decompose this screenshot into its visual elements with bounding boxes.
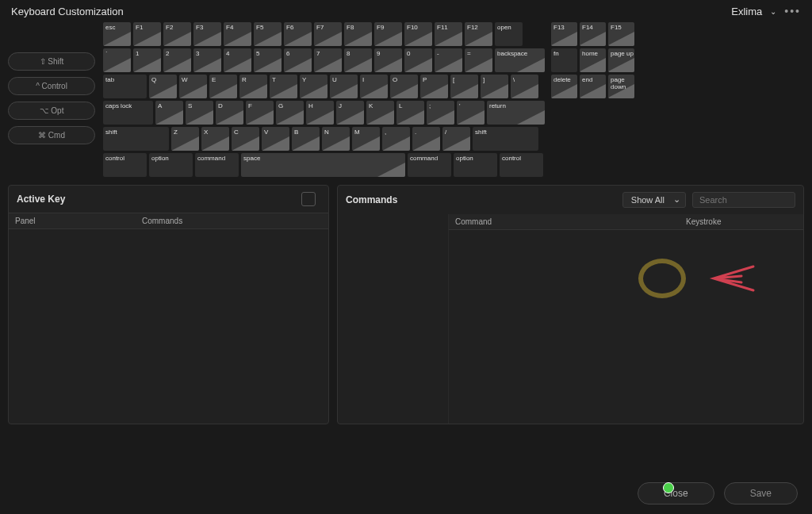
key-f6[interactable]: F6 — [284, 22, 312, 46]
key-f7[interactable]: F7 — [314, 22, 342, 46]
key-m[interactable]: M1 — [352, 127, 380, 151]
key-4[interactable]: 42 — [224, 48, 251, 72]
key-'[interactable]: '1 — [457, 101, 485, 125]
key-f9[interactable]: F9 — [374, 22, 402, 46]
control-modifier-button[interactable]: ^ Control — [8, 77, 95, 95]
key-f3[interactable]: F3 — [193, 22, 221, 46]
key-f4[interactable]: F4 — [224, 22, 251, 46]
key-backspace[interactable]: backspace1 — [495, 48, 545, 72]
key-3[interactable]: 33 — [193, 48, 221, 72]
key-][interactable]: ]1 — [481, 75, 508, 98]
key-.[interactable]: .1 — [412, 127, 440, 151]
key-s[interactable]: S1 — [186, 101, 213, 125]
key-home[interactable]: home — [580, 48, 606, 72]
active-key-checkbox[interactable] — [301, 192, 316, 206]
key-n[interactable]: N1 — [322, 127, 350, 151]
key-option[interactable]: option — [454, 153, 497, 177]
key-6[interactable]: 62 — [284, 48, 312, 72]
key-=[interactable]: =2 — [465, 48, 492, 72]
more-icon[interactable]: ••• — [784, 5, 801, 17]
key-end[interactable]: end — [580, 75, 606, 98]
key-f12[interactable]: F12 — [465, 22, 492, 46]
key-f10[interactable]: F10 — [404, 22, 432, 46]
key-\[interactable]: \1 — [511, 75, 538, 98]
key-f13[interactable]: F13 — [551, 22, 577, 46]
key-7[interactable]: 72 — [314, 48, 342, 72]
key-f[interactable]: F1 — [246, 101, 274, 125]
key-/[interactable]: /1 — [442, 127, 470, 151]
key-8[interactable]: 82 — [344, 48, 372, 72]
key-b[interactable]: B1 — [292, 127, 320, 151]
command-tree[interactable] — [338, 214, 449, 424]
key-f5[interactable]: F5 — [254, 22, 282, 46]
key-x[interactable]: X1 — [201, 127, 229, 151]
key-,[interactable]: ,1 — [382, 127, 410, 151]
key-a[interactable]: A2 — [155, 101, 183, 125]
key-f11[interactable]: F11 — [435, 22, 462, 46]
panel-column-header: Panel — [15, 217, 142, 225]
key-q[interactable]: Q1 — [149, 75, 177, 98]
key-f15[interactable]: F15 — [608, 22, 634, 46]
key-command[interactable]: command — [195, 153, 239, 177]
key-control[interactable]: control — [103, 153, 147, 177]
close-button[interactable]: Close — [638, 482, 714, 504]
key-e[interactable]: E1 — [209, 75, 237, 98]
key--[interactable]: -2 — [435, 48, 462, 72]
key-i[interactable]: I1 — [360, 75, 388, 98]
shift-modifier-button[interactable]: ⇧ Shift — [8, 52, 95, 71]
key-0[interactable]: 02 — [404, 48, 432, 72]
key-space[interactable]: space2 — [241, 153, 405, 177]
save-button[interactable]: Save — [724, 482, 798, 504]
active-key-list[interactable] — [9, 229, 328, 424]
key-d[interactable]: D1 — [216, 101, 243, 125]
key-y[interactable]: Y1 — [300, 75, 327, 98]
key-f2[interactable]: F2 — [163, 22, 191, 46]
key-f1[interactable]: F11 — [133, 22, 161, 46]
key-esc[interactable]: esc1 — [103, 22, 131, 46]
key-w[interactable]: W1 — [179, 75, 207, 98]
key-g[interactable]: G1 — [276, 101, 304, 125]
key-caps-lock[interactable]: caps lock — [103, 101, 153, 125]
chevron-down-icon[interactable]: ⌄ — [770, 7, 776, 16]
key-f8[interactable]: F8 — [344, 22, 372, 46]
search-input[interactable] — [692, 192, 795, 208]
key-tab[interactable]: tab — [103, 75, 147, 98]
key-z[interactable]: Z1 — [171, 127, 199, 151]
opt-modifier-button[interactable]: ⌥ Opt — [8, 102, 95, 120]
key-v[interactable]: V1 — [262, 127, 289, 151]
key-return[interactable]: return1 — [487, 101, 545, 125]
key-`[interactable]: `1 — [103, 48, 131, 72]
key-fn[interactable]: fn — [551, 48, 577, 72]
show-all-dropdown[interactable]: Show All — [622, 192, 686, 208]
key-;[interactable]: ;1 — [427, 101, 454, 125]
key-shift[interactable]: shift — [103, 127, 169, 151]
key-l[interactable]: L1 — [396, 101, 424, 125]
key-control[interactable]: control — [500, 153, 543, 177]
key-open[interactable]: open — [495, 22, 523, 46]
key-shift[interactable]: shift — [473, 127, 538, 151]
key-[[interactable]: [1 — [450, 75, 478, 98]
key-1[interactable]: 12 — [133, 48, 161, 72]
key-j[interactable]: J1 — [336, 101, 364, 125]
key-command[interactable]: command — [408, 153, 451, 177]
key-o[interactable]: O1 — [390, 75, 418, 98]
key-page-up[interactable]: page up — [608, 48, 634, 72]
key-c[interactable]: C1 — [232, 127, 259, 151]
key-option[interactable]: option — [149, 153, 193, 177]
key-2[interactable]: 22 — [163, 48, 191, 72]
key-h[interactable]: H1 — [306, 101, 334, 125]
cursor-indicator — [663, 482, 674, 493]
key-5[interactable]: 52 — [254, 48, 282, 72]
key-f14[interactable]: F14 — [580, 22, 606, 46]
key-delete[interactable]: delete — [551, 75, 577, 98]
key-r[interactable]: R1 — [239, 75, 267, 98]
key-9[interactable]: 92 — [374, 48, 402, 72]
preset-name[interactable]: Exlima — [731, 6, 762, 17]
key-k[interactable]: K1 — [366, 101, 394, 125]
key-t[interactable]: T1 — [270, 75, 297, 98]
key-u[interactable]: U1 — [330, 75, 358, 98]
key-page-down[interactable]: page down — [608, 75, 634, 98]
cmd-modifier-button[interactable]: ⌘ Cmd — [8, 126, 95, 144]
key-p[interactable]: P1 — [420, 75, 448, 98]
command-list[interactable]: Command Keystroke — [449, 214, 803, 424]
